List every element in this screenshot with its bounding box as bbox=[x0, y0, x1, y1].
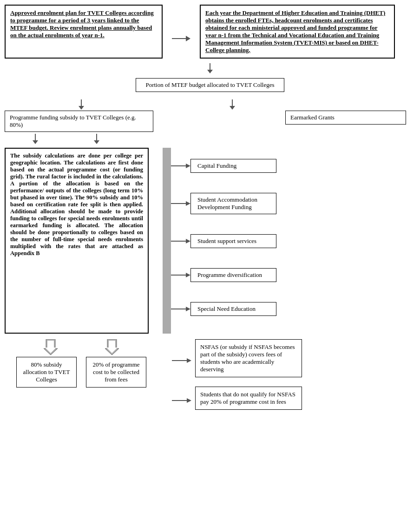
grant-row-1: Capital Funding bbox=[171, 159, 276, 173]
grant-box-1: Capital Funding bbox=[190, 159, 276, 173]
top-right-text: Each year the Department of Higher Educa… bbox=[205, 9, 385, 53]
grant-row-4: Programme diversification bbox=[171, 268, 276, 282]
top-left-text: Approved enrolment plan for TVET College… bbox=[10, 9, 154, 39]
svg-marker-9 bbox=[94, 140, 99, 144]
grant-label-5: Special Need Education bbox=[197, 305, 256, 312]
svg-marker-5 bbox=[79, 106, 84, 110]
arrow-to-mtef bbox=[5, 63, 415, 73]
svg-marker-19 bbox=[186, 273, 190, 277]
nsfas-label-2: Students that do not qualify for NSFAS p… bbox=[200, 391, 295, 405]
grant-row-5: Special Need Education bbox=[171, 302, 276, 316]
subsidy-text: The subsidy calculations are done per co… bbox=[10, 152, 143, 256]
nsfas-row-1: NSFAS (or subsidy if NSFAS becomes part … bbox=[172, 339, 302, 382]
second-level: Programme funding subsidy to TVET Colleg… bbox=[5, 99, 415, 144]
two-arrows-down bbox=[5, 134, 127, 144]
grant-box-4: Programme diversification bbox=[190, 268, 276, 282]
grant-box-2: Student AccommodationDevelopment Funding bbox=[190, 193, 276, 214]
nsfas-label-1: NSFAS (or subsidy if NSFAS becomes part … bbox=[200, 343, 295, 373]
nsfas-box-2: Students that do not qualify for NSFAS p… bbox=[195, 387, 302, 410]
svg-marker-11 bbox=[230, 106, 235, 110]
grant-row-3: Student support services bbox=[171, 234, 276, 248]
grant-label-2: Student AccommodationDevelopment Funding bbox=[197, 196, 257, 210]
grant-arrow-2-icon bbox=[171, 199, 190, 208]
grant-arrow-1-icon bbox=[171, 162, 190, 170]
grant-arrow-4-icon bbox=[171, 271, 190, 279]
mtef-label: Portion of MTEF budget allocated to TVET… bbox=[145, 81, 274, 88]
grant-row-2: Student AccommodationDevelopment Funding bbox=[171, 193, 276, 214]
down-arrow-4-icon bbox=[93, 134, 100, 144]
arrow-down-1 bbox=[5, 99, 158, 110]
subsidy-20-label: 20% of programme cost to be collected fr… bbox=[92, 361, 139, 383]
svg-marker-13 bbox=[186, 164, 190, 168]
grant-label-3: Student support services bbox=[197, 237, 256, 244]
grants-list: Capital Funding Student AccommodationDev… bbox=[171, 148, 276, 334]
arrow-down-earmarked bbox=[172, 99, 293, 110]
subsidy-80-label: 80% subsidy allocation to TVET Colleges bbox=[23, 361, 70, 383]
subsidy-80-box: 80% subsidy allocation to TVET Colleges bbox=[16, 357, 77, 388]
right-subsection: Earmarked Grants bbox=[158, 99, 415, 125]
earmarked-box: Earmarked Grants bbox=[285, 111, 406, 125]
grant-box-3: Student support services bbox=[190, 234, 276, 248]
nsfas-arrow-2-icon bbox=[172, 396, 191, 405]
hollow-arrows-row bbox=[20, 339, 143, 355]
top-left-box: Approved enrolment plan for TVET College… bbox=[5, 5, 163, 59]
svg-marker-17 bbox=[186, 239, 190, 243]
grant-label-4: Programme diversification bbox=[197, 271, 262, 278]
svg-marker-3 bbox=[207, 70, 213, 73]
top-row-arrow bbox=[172, 5, 190, 59]
subsidy-20-box: 20% of programme cost to be collected fr… bbox=[86, 357, 146, 388]
left-subsection: Programme funding subsidy to TVET Colleg… bbox=[5, 99, 158, 144]
grants-section: Capital Funding Student AccommodationDev… bbox=[149, 148, 415, 334]
nsfas-box-1: NSFAS (or subsidy if NSFAS becomes part … bbox=[195, 339, 302, 377]
svg-marker-7 bbox=[33, 140, 38, 144]
programme-label: Programme funding subsidy to TVET Colleg… bbox=[10, 114, 136, 128]
down-arrow-earmarked-icon bbox=[229, 99, 236, 110]
svg-marker-1 bbox=[186, 36, 190, 41]
nsfas-row-2: Students that do not qualify for NSFAS p… bbox=[172, 387, 302, 414]
down-arrow-icon bbox=[206, 63, 214, 73]
mtef-row: Portion of MTEF budget allocated to TVET… bbox=[5, 78, 415, 92]
grant-arrow-3-icon bbox=[171, 237, 190, 245]
main-content-row: The subsidy calculations are done per co… bbox=[5, 148, 415, 334]
flowchart: Approved enrolment plan for TVET College… bbox=[5, 5, 415, 414]
arrow-right-icon bbox=[172, 33, 190, 44]
svg-marker-27 bbox=[187, 358, 191, 363]
bottom-left-column: 80% subsidy allocation to TVET Colleges … bbox=[5, 339, 158, 388]
bottom-boxes-row: 80% subsidy allocation to TVET Colleges … bbox=[5, 357, 158, 388]
svg-marker-15 bbox=[186, 201, 190, 206]
hollow-down-arrow-2-icon bbox=[105, 339, 119, 355]
vertical-bar bbox=[163, 148, 171, 334]
nsfas-arrow-1-icon bbox=[172, 356, 191, 365]
grant-label-1: Capital Funding bbox=[197, 162, 236, 169]
grant-arrow-5-icon bbox=[171, 305, 190, 313]
nsfas-column: NSFAS (or subsidy if NSFAS becomes part … bbox=[158, 339, 415, 414]
mtef-box: Portion of MTEF budget allocated to TVET… bbox=[136, 78, 284, 92]
svg-marker-21 bbox=[186, 307, 190, 311]
earmarked-label: Earmarked Grants bbox=[290, 114, 335, 121]
programme-box: Programme funding subsidy to TVET Colleg… bbox=[5, 111, 153, 132]
down-arrow-3-icon bbox=[32, 134, 39, 144]
top-row: Approved enrolment plan for TVET College… bbox=[5, 5, 415, 59]
subsidy-text-box: The subsidy calculations are done per co… bbox=[5, 148, 149, 334]
nsfas-outer-row: 80% subsidy allocation to TVET Colleges … bbox=[5, 339, 415, 414]
down-arrow-2-icon bbox=[78, 99, 85, 110]
grant-box-5: Special Need Education bbox=[190, 302, 276, 316]
hollow-down-arrow-1-icon bbox=[44, 339, 58, 355]
svg-marker-29 bbox=[187, 398, 191, 403]
top-right-box: Each year the Department of Higher Educa… bbox=[200, 5, 395, 59]
